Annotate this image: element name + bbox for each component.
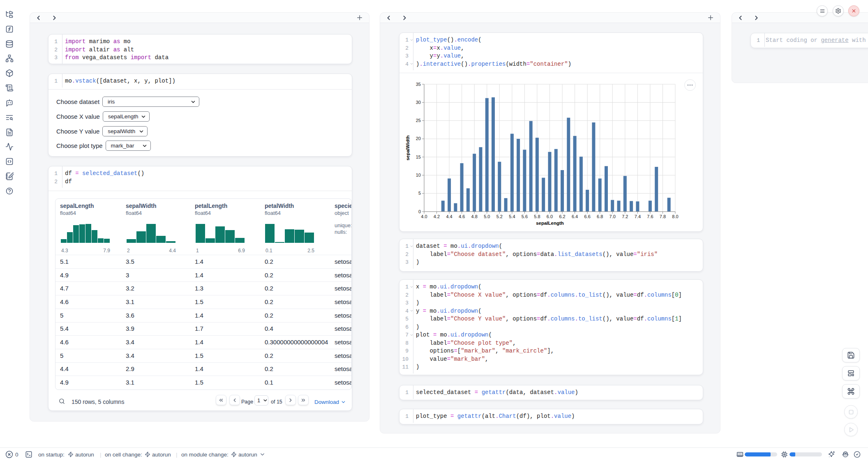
svg-text:10: 10	[416, 173, 421, 177]
svg-text:5.8: 5.8	[534, 214, 540, 219]
svg-text:7.0: 7.0	[609, 214, 616, 219]
svg-text:7.2: 7.2	[622, 214, 628, 219]
svg-text:15: 15	[416, 154, 421, 159]
svg-text:5.0: 5.0	[484, 214, 490, 219]
svg-text:8.0: 8.0	[672, 214, 678, 219]
svg-text:4.0: 4.0	[421, 214, 427, 219]
svg-text:7.8: 7.8	[660, 214, 666, 219]
svg-text:4.6: 4.6	[459, 214, 465, 219]
svg-text:5: 5	[418, 191, 421, 196]
svg-text:7.4: 7.4	[635, 214, 641, 219]
svg-text:6.8: 6.8	[597, 214, 603, 219]
svg-text:6.4: 6.4	[572, 214, 578, 219]
svg-text:6.6: 6.6	[584, 214, 591, 219]
svg-text:30: 30	[416, 100, 421, 105]
svg-text:25: 25	[416, 118, 421, 123]
svg-text:7.6: 7.6	[647, 214, 653, 219]
svg-text:4.8: 4.8	[471, 214, 478, 219]
svg-text:5.2: 5.2	[496, 214, 503, 219]
svg-text:35: 35	[416, 82, 421, 87]
svg-text:5.4: 5.4	[509, 214, 515, 219]
svg-text:sepalWidth: sepalWidth	[405, 135, 410, 160]
svg-text:0: 0	[418, 209, 421, 214]
svg-text:4.4: 4.4	[446, 214, 452, 219]
svg-text:6.0: 6.0	[547, 214, 553, 219]
svg-text:sepalLength: sepalLength	[536, 221, 564, 226]
svg-text:20: 20	[416, 136, 421, 141]
svg-text:5.6: 5.6	[522, 214, 528, 219]
svg-text:4.2: 4.2	[434, 214, 440, 219]
svg-text:6.2: 6.2	[559, 214, 565, 219]
